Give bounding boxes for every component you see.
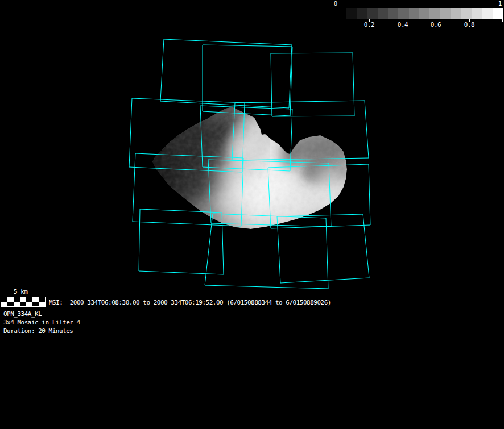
scalebar-cell (39, 302, 45, 306)
scalebar-cell (32, 297, 39, 302)
scene-canvas (0, 0, 504, 429)
status-line: MSI: 2000-334T06:08:30.00 to 2000-334T06… (49, 299, 331, 306)
colorbar-cell (378, 8, 388, 19)
scalebar-label: 5 km (14, 288, 28, 295)
colorbar-cell (429, 8, 440, 19)
scalebar-cell (26, 297, 32, 302)
opnav-id: OPN_334A_KL (3, 310, 42, 318)
colorbar-cell (409, 8, 419, 19)
colorbar: 0 1 0.20.40.60.8 (0, 0, 504, 32)
colorbar-cell (336, 8, 346, 19)
scalebar-cell (14, 297, 20, 302)
colorbar-cell (482, 8, 492, 19)
scalebar-cell (20, 302, 26, 306)
scalebar-checker (1, 297, 46, 307)
colorbar-cell (472, 8, 482, 19)
colorbar-cell (398, 8, 408, 19)
colorbar-cell (493, 8, 503, 19)
scalebar-cell (39, 297, 45, 302)
colorbar-tick (336, 7, 336, 20)
colorbar-cell (451, 8, 461, 19)
mosaic-frame (271, 53, 354, 116)
scalebar-cell (14, 302, 20, 306)
colorbar-cell (440, 8, 451, 19)
colorbar-tick-label: 0.4 (398, 21, 408, 28)
viewer-screen: 0 1 0.20.40.60.8 5 km MSI: 2000-334T06:0… (0, 0, 504, 429)
colorbar-cell (388, 8, 398, 19)
colorbar-tick-label: 0.2 (364, 21, 374, 28)
colorbar-max-label: 1 (498, 0, 502, 7)
colorbar-cell (461, 8, 472, 19)
mosaic-frame (277, 214, 369, 283)
mosaic-description: 3x4 Mosaic in Filter 4 (3, 319, 80, 326)
colorbar-cell (367, 8, 377, 19)
scalebar-cell (1, 302, 7, 306)
mosaic-frame (203, 45, 292, 116)
colorbar-gradient-strip (336, 8, 503, 19)
duration-label: Duration: 20 Minutes (3, 327, 73, 335)
scalebar-cell (1, 297, 7, 302)
scalebar-cell (20, 297, 26, 302)
scalebar-cell (7, 302, 14, 306)
scalebar-cell (26, 302, 32, 306)
colorbar-tick-label: 0.8 (464, 21, 474, 28)
scalebar-cell (7, 297, 14, 302)
colorbar-tick-label: 0.6 (431, 21, 441, 28)
scalebar-cell (32, 302, 39, 306)
colorbar-cell (357, 8, 367, 19)
colorbar-tick (502, 8, 503, 22)
mosaic-frame (160, 39, 292, 108)
colorbar-cell (346, 8, 356, 19)
colorbar-cell (419, 8, 429, 19)
